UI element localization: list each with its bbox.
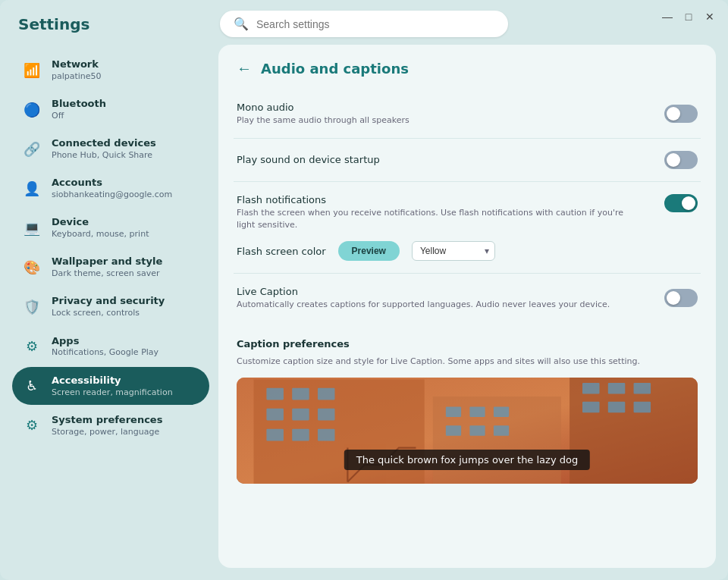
svg-rect-16 xyxy=(446,425,461,436)
mono-audio-label: Mono audio xyxy=(237,102,664,113)
close-button[interactable]: ✕ xyxy=(699,6,720,27)
flash-color-row: Flash screen color Preview Yellow Red Bl… xyxy=(237,241,698,261)
flash-notif-toggle[interactable] xyxy=(664,194,698,212)
flash-color-label: Flash screen color xyxy=(237,246,326,257)
svg-rect-9 xyxy=(318,409,335,421)
sidebar-item-privacy[interactable]: 🛡️ Privacy and security Lock screen, con… xyxy=(12,287,209,325)
back-button[interactable]: ← xyxy=(237,60,252,77)
startup-sound-row: Play sound on device startup xyxy=(234,139,701,182)
svg-rect-10 xyxy=(266,429,284,441)
sidebar-item-connected[interactable]: 🔗 Connected devices Phone Hub, Quick Sha… xyxy=(12,130,209,168)
sidebar-item-accounts[interactable]: 👤 Accounts siobhankeating@google.com xyxy=(12,169,209,207)
preview-button[interactable]: Preview xyxy=(338,241,400,261)
svg-rect-21 xyxy=(634,383,651,394)
title-bar: — □ ✕ xyxy=(649,0,728,33)
sidebar-item-network[interactable]: 📶 Network palpatine50 xyxy=(12,51,209,89)
svg-rect-5 xyxy=(292,388,309,400)
svg-rect-15 xyxy=(494,406,509,417)
maximize-button[interactable]: □ xyxy=(678,6,699,27)
sidebar: 📶 Network palpatine50 🔵 Bluetooth Off 🔗 … xyxy=(12,45,209,568)
svg-rect-19 xyxy=(582,383,600,394)
content-header: ← Audio and captions xyxy=(218,45,716,89)
caption-prefs-title: Caption preferences xyxy=(237,338,698,350)
svg-rect-12 xyxy=(318,429,335,441)
color-select-wrap: Yellow Red Blue Green White xyxy=(412,241,495,261)
sidebar-item-system[interactable]: ⚙️ System preferences Storage, power, la… xyxy=(12,406,209,444)
live-caption-toggle[interactable] xyxy=(664,289,698,307)
mono-audio-desc: Play the same audio through all speakers xyxy=(237,114,631,126)
sidebar-item-device[interactable]: 💻 Device Keyboard, mouse, print xyxy=(12,208,209,246)
minimize-button[interactable]: — xyxy=(657,6,678,27)
live-caption-label: Live Caption xyxy=(237,286,664,297)
system-icon: ⚙️ xyxy=(23,416,41,434)
bluetooth-icon: 🔵 xyxy=(23,100,41,118)
startup-sound-label: Play sound on device startup xyxy=(237,154,664,165)
flash-notif-label: Flash notifications xyxy=(237,194,664,205)
svg-rect-22 xyxy=(582,402,600,413)
app-header: Settings 🔍 xyxy=(0,0,728,45)
mono-audio-row: Mono audio Play the same audio through a… xyxy=(234,89,701,139)
caption-prefs-desc: Customize caption size and style for Liv… xyxy=(237,356,698,367)
svg-rect-4 xyxy=(266,388,284,400)
page-title: Audio and captions xyxy=(261,61,409,77)
live-caption-row: Live Caption Automatically creates capti… xyxy=(234,274,701,322)
sidebar-item-wallpaper[interactable]: 🎨 Wallpaper and style Dark theme, screen… xyxy=(12,248,209,286)
startup-sound-toggle[interactable] xyxy=(664,151,698,169)
caption-preview: The quick brown fox jumps over the lazy … xyxy=(237,378,698,484)
flash-notifications-row: Flash notifications Flash the screen whe… xyxy=(234,182,701,274)
sidebar-item-apps[interactable]: ⚙️ Apps Notifications, Google Play xyxy=(12,328,209,365)
svg-rect-7 xyxy=(266,409,284,421)
device-icon: 💻 xyxy=(23,218,41,237)
sidebar-item-bluetooth[interactable]: 🔵 Bluetooth Off xyxy=(12,90,209,128)
mono-audio-toggle[interactable] xyxy=(664,105,698,123)
flash-notif-desc: Flash the screen when you receive notifi… xyxy=(237,207,631,230)
privacy-icon: 🛡️ xyxy=(23,298,41,316)
devices-icon: 🔗 xyxy=(23,140,41,158)
flash-color-select[interactable]: Yellow Red Blue Green White xyxy=(412,241,495,261)
main-content: ← Audio and captions Mono audio Play the… xyxy=(218,45,716,568)
app-body: 📶 Network palpatine50 🔵 Bluetooth Off 🔗 … xyxy=(0,45,728,580)
sidebar-item-accessibility[interactable]: ♿ Accessibility Screen reader, magnifica… xyxy=(12,367,209,405)
svg-rect-20 xyxy=(608,383,626,394)
search-bar[interactable]: 🔍 xyxy=(220,11,508,37)
wallpaper-icon: 🎨 xyxy=(23,258,41,276)
svg-rect-6 xyxy=(318,388,335,400)
svg-rect-17 xyxy=(469,425,485,436)
svg-rect-13 xyxy=(446,406,461,417)
caption-text-bar: The quick brown fox jumps over the lazy … xyxy=(344,450,590,470)
svg-rect-18 xyxy=(494,425,509,436)
svg-rect-24 xyxy=(634,402,651,413)
search-icon: 🔍 xyxy=(234,17,249,31)
settings-section: Mono audio Play the same audio through a… xyxy=(218,89,716,323)
svg-rect-23 xyxy=(608,402,626,413)
caption-preferences-section: Caption preferences Customize caption si… xyxy=(218,323,716,496)
app-window: — □ ✕ Settings 🔍 📶 Network palpatine50 🔵 xyxy=(0,0,728,580)
app-title: Settings xyxy=(18,15,89,33)
account-icon: 👤 xyxy=(23,179,41,197)
apps-icon: ⚙️ xyxy=(23,337,41,356)
accessibility-icon: ♿ xyxy=(23,377,41,395)
wifi-icon: 📶 xyxy=(23,61,41,79)
svg-rect-8 xyxy=(292,409,309,421)
svg-rect-14 xyxy=(469,406,485,417)
search-input[interactable] xyxy=(256,18,494,30)
live-caption-desc: Automatically creates captions for suppo… xyxy=(237,299,631,310)
svg-rect-11 xyxy=(292,429,309,441)
